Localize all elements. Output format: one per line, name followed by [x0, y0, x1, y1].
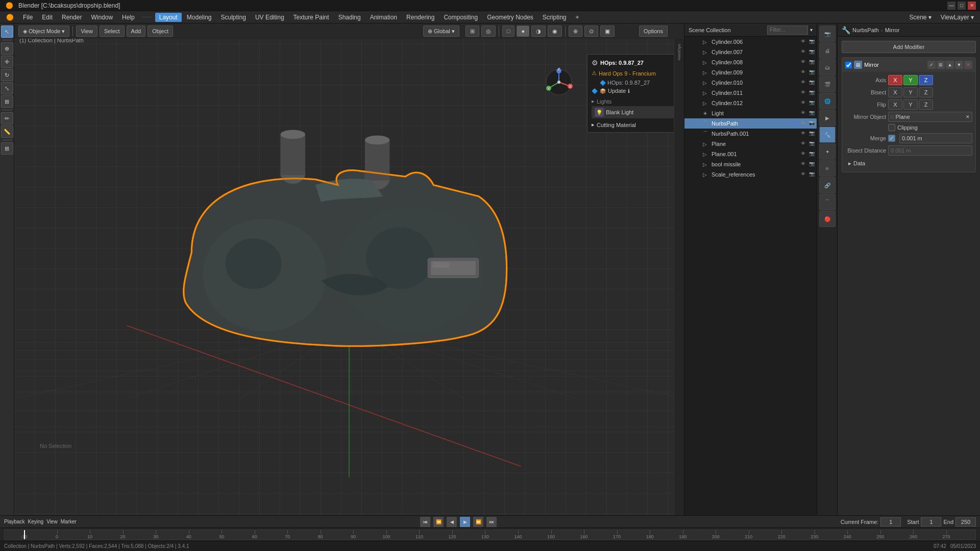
- outliner-item-cylinder-009[interactable]: ▸▷Cylinder.009👁📷: [684, 67, 817, 78]
- outliner-camera-icon[interactable]: 📷: [809, 49, 815, 55]
- outliner-item-bool-missile[interactable]: ▸▷bool missile👁📷: [684, 159, 817, 169]
- play-jump-start[interactable]: ⏮: [420, 517, 430, 527]
- xray-toggle[interactable]: ▣: [600, 26, 615, 37]
- modifier-move-up-btn[interactable]: ▲: [946, 61, 954, 69]
- proportional-toggle[interactable]: ◎: [481, 26, 496, 37]
- menu-help[interactable]: Help: [118, 13, 139, 22]
- clipping-checkbox[interactable]: [888, 124, 895, 131]
- outliner-eye-icon[interactable]: 👁: [801, 110, 807, 116]
- merge-checkbox[interactable]: ✓: [888, 135, 895, 142]
- data-section-header[interactable]: ▸ Data: [845, 158, 972, 169]
- menu-compositing[interactable]: Compositing: [439, 13, 482, 22]
- axis-widget[interactable]: Z X Y: [544, 67, 574, 97]
- flip-y-btn[interactable]: Y: [903, 99, 918, 110]
- outliner-eye-icon[interactable]: 👁: [801, 161, 807, 167]
- prop-tab-material[interactable]: 🔴: [819, 211, 836, 227]
- menu-viewlayer[interactable]: ViewLayer ▾: [937, 13, 978, 22]
- mode-selector[interactable]: ◈ Object Mode ▾: [18, 26, 69, 37]
- play-button[interactable]: ▶: [460, 517, 470, 527]
- menu-modeling[interactable]: Modeling: [183, 13, 216, 22]
- minimize-button[interactable]: —: [947, 2, 955, 10]
- merge-value-input[interactable]: [899, 133, 972, 143]
- modifier-apply-btn[interactable]: ✓: [927, 61, 936, 69]
- tool-rotate[interactable]: ↻: [1, 69, 13, 81]
- outliner-camera-icon[interactable]: 📷: [809, 80, 815, 86]
- timeline-view-menu[interactable]: View: [46, 519, 58, 524]
- menu-layout[interactable]: Layout: [155, 13, 182, 22]
- object-menu-btn[interactable]: Object: [148, 26, 173, 37]
- menu-uv-editing[interactable]: UV Editing: [251, 13, 288, 22]
- global-selector[interactable]: ⊕ Global ▾: [423, 26, 459, 37]
- outliner-camera-icon[interactable]: 📷: [809, 39, 815, 45]
- shading-material[interactable]: ◑: [531, 26, 546, 37]
- tool-annotate[interactable]: ✏: [1, 112, 13, 124]
- outliner-item-nurbspath-001[interactable]: ▸⌒NurbsPath.001👁📷: [684, 129, 817, 139]
- options-btn[interactable]: Options: [639, 26, 668, 37]
- prop-tab-modifier[interactable]: 🔧: [819, 127, 836, 143]
- axis-x-btn[interactable]: X: [888, 75, 902, 85]
- tool-move[interactable]: ✛: [1, 56, 13, 68]
- outliner-edit-icon[interactable]: ✏: [790, 120, 794, 127]
- prop-tab-output[interactable]: 🖨: [819, 42, 836, 59]
- tool-cursor[interactable]: ⊕: [1, 42, 13, 55]
- menu-animation[interactable]: Animation: [366, 13, 401, 22]
- add-menu-btn[interactable]: Add: [127, 26, 146, 37]
- outliner-item-nurbspath[interactable]: ▸⌒NurbsPath✏●👁📷: [684, 118, 817, 129]
- tool-scale[interactable]: ⤡: [1, 82, 13, 94]
- bisect-y-btn[interactable]: Y: [903, 87, 918, 97]
- axis-z-btn[interactable]: Z: [919, 75, 933, 85]
- axis-y-btn[interactable]: Y: [903, 75, 918, 85]
- outliner-eye-icon[interactable]: 👁: [801, 131, 807, 137]
- outliner-item-cylinder-007[interactable]: ▸▷Cylinder.007👁📷: [684, 47, 817, 57]
- prop-tab-object[interactable]: ▶: [819, 110, 836, 126]
- outliner-camera-icon[interactable]: 📷: [809, 90, 815, 96]
- bisect-z-btn[interactable]: Z: [919, 87, 933, 97]
- outliner-item-cylinder-011[interactable]: ▸▷Cylinder.011👁📷: [684, 88, 817, 98]
- hardops-label[interactable]: HardOps: [677, 44, 681, 60]
- outliner-camera-icon[interactable]: 📷: [809, 161, 815, 167]
- outliner-camera-icon[interactable]: 📷: [809, 59, 815, 65]
- outliner-camera-icon[interactable]: 📷: [809, 100, 815, 106]
- modifier-delete-btn[interactable]: ✕: [964, 61, 972, 69]
- bisect-distance-input[interactable]: [888, 145, 972, 156]
- start-frame-input[interactable]: [921, 517, 941, 527]
- prop-tab-particles[interactable]: ✦: [819, 143, 836, 160]
- outliner-eye-icon[interactable]: 👁: [801, 100, 807, 106]
- prop-tab-world[interactable]: 🌐: [819, 93, 836, 109]
- shading-solid[interactable]: ●: [517, 26, 529, 37]
- shading-wire[interactable]: □: [502, 26, 515, 37]
- menu-sculpting[interactable]: Sculpting: [217, 13, 250, 22]
- prop-tab-render[interactable]: 📷: [819, 26, 836, 42]
- timeline-keying-menu[interactable]: Keying: [28, 519, 44, 524]
- outliner-item-plane-001[interactable]: ▸▷Plane.001👁📷: [684, 149, 817, 159]
- current-frame-input[interactable]: [880, 517, 901, 527]
- menu-window[interactable]: Window: [87, 13, 117, 22]
- menu-edit[interactable]: Edit: [38, 13, 57, 22]
- play-jump-end[interactable]: ⏭: [486, 517, 497, 527]
- prop-tab-scene[interactable]: 🎬: [819, 76, 836, 92]
- outliner-item-cylinder-008[interactable]: ▸▷Cylinder.008👁📷: [684, 57, 817, 67]
- mirror-object-input[interactable]: □ Plane ✕: [888, 112, 972, 122]
- menu-add-workspace[interactable]: +: [572, 13, 583, 22]
- outliner-item-cylinder-010[interactable]: ▸▷Cylinder.010👁📷: [684, 78, 817, 88]
- timeline-track[interactable]: -100102030405060708090100110120130140150…: [0, 528, 980, 541]
- mirror-object-clear[interactable]: ✕: [966, 114, 970, 119]
- outliner-camera-icon[interactable]: 📷: [809, 110, 815, 116]
- menu-texture-paint[interactable]: Texture Paint: [289, 13, 333, 22]
- menu-file[interactable]: File: [19, 13, 37, 22]
- play-step-back[interactable]: ⏪: [433, 517, 444, 527]
- play-step-forward[interactable]: ⏩: [473, 517, 483, 527]
- outliner-item-plane[interactable]: ▸▷Plane👁📷: [684, 139, 817, 149]
- menu-geometry-nodes[interactable]: Geometry Nodes: [483, 13, 537, 22]
- outliner-eye-icon[interactable]: 👁: [801, 69, 807, 76]
- bisect-x-btn[interactable]: X: [888, 87, 902, 97]
- outliner-eye-icon[interactable]: 👁: [801, 80, 807, 86]
- maximize-button[interactable]: □: [958, 2, 966, 10]
- outliner-item-cylinder-006[interactable]: ▸▷Cylinder.006👁📷: [684, 37, 817, 47]
- hops-cutting-section[interactable]: ▸ Cutting Material: [592, 121, 674, 128]
- outliner-search-input[interactable]: [767, 26, 808, 35]
- prop-tab-view-layer[interactable]: 🗂: [819, 59, 836, 76]
- timeline-ruler[interactable]: -100102030405060708090100110120130140150…: [4, 530, 976, 540]
- outliner-eye-icon[interactable]: 👁: [801, 120, 807, 127]
- outliner-item-cylinder-012[interactable]: ▸▷Cylinder.012👁📷: [684, 98, 817, 108]
